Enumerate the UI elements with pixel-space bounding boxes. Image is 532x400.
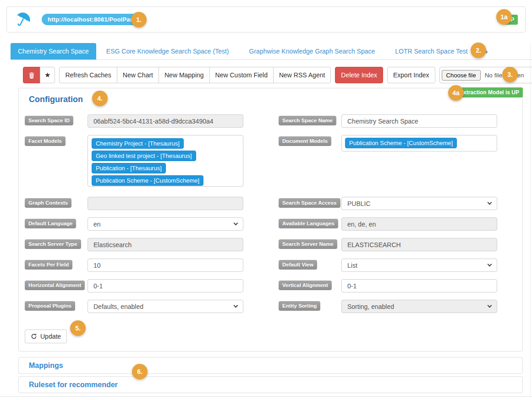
update-button-label: Update xyxy=(40,333,61,340)
facet-models-listbox[interactable]: Chemistry Project - [Thesaurus] Geo link… xyxy=(88,135,243,187)
select-value: Sorting, enabled xyxy=(347,303,394,310)
select-value: PUBLIC xyxy=(347,200,371,207)
new-custom-field-button[interactable]: New Custom Field xyxy=(209,67,274,83)
tab-lotr-search-space-test[interactable]: LOTR Search Space Test xyxy=(385,43,477,59)
horizontal-alignment-input[interactable] xyxy=(88,279,243,292)
refresh-caches-button[interactable]: Refresh Caches xyxy=(59,67,117,83)
proposal-plugins-select[interactable]: Defaults, enabled xyxy=(88,300,243,313)
export-index-button[interactable]: Export Index xyxy=(387,67,435,83)
mappings-panel-header[interactable]: Mappings xyxy=(18,357,523,374)
chevron-down-icon xyxy=(488,303,492,308)
refresh-icon xyxy=(31,333,37,340)
new-mapping-button[interactable]: New Mapping xyxy=(159,67,210,83)
chevron-down-icon xyxy=(488,262,492,267)
search-space-tabs: Chemistry Search Space ESG Core Knowledg… xyxy=(11,43,532,60)
entity-sorting-label: Entity Sorting xyxy=(279,301,320,311)
poolparty-search-space-page: http://localhost:8081/PoolParty UP Chemi… xyxy=(0,0,532,400)
delete-search-space-button[interactable] xyxy=(23,67,40,83)
form-row: Graph Contexts Search Space Access PUBLI… xyxy=(25,197,516,210)
search-server-name-label: Search Server Name xyxy=(279,239,337,249)
facet-model-pill[interactable]: Publication - [Thesaurus] xyxy=(92,163,166,173)
annotation-badge-1a: 1a xyxy=(496,9,512,25)
quick-actions-group: ★ xyxy=(23,67,55,83)
extraction-model-status-badge: Extraction Model is UP xyxy=(456,87,523,97)
entity-sorting-select[interactable]: Sorting, enabled xyxy=(341,300,497,313)
index-toolbar: ★ Refresh Caches New Chart New Mapping N… xyxy=(23,67,532,83)
document-models-label: Document Models xyxy=(279,136,331,146)
search-server-type-label: Search Server Type xyxy=(25,239,81,249)
graph-contexts-label: Graph Contexts xyxy=(25,198,71,208)
form-row: Facet Models Chemistry Project - [Thesau… xyxy=(25,135,516,187)
tab-esg-core-knowledge[interactable]: ESG Core Knowledge Search Space (Test) xyxy=(96,43,239,59)
import-file-input[interactable]: Choose file No file chosen xyxy=(439,67,532,83)
annotation-badge-1: 1. xyxy=(131,12,147,27)
facet-models-label: Facet Models xyxy=(25,136,66,146)
form-row: Horizontal Alignment Vertical Alignment xyxy=(25,279,516,292)
annotation-badge-6: 6. xyxy=(132,364,148,379)
ruleset-title: Ruleset for recommender xyxy=(29,381,118,389)
chevron-down-icon xyxy=(488,200,492,205)
annotation-badge-4a: 4a xyxy=(448,85,464,101)
delete-index-group: Delete Index xyxy=(335,67,383,83)
select-value: Defaults, enabled xyxy=(93,303,143,310)
new-chart-button[interactable]: New Chart xyxy=(117,67,159,83)
index-actions-group: Refresh Caches New Chart New Mapping New… xyxy=(59,67,331,83)
search-space-id-label: Search Space ID xyxy=(25,116,73,125)
server-url-badge[interactable]: http://localhost:8081/PoolParty xyxy=(42,14,144,25)
available-languages-input xyxy=(341,217,497,231)
annotation-badge-5: 5. xyxy=(70,320,86,336)
select-value: en xyxy=(93,221,101,228)
chevron-down-icon xyxy=(234,221,238,226)
form-row: Proposal Plugins Defaults, enabled Entit… xyxy=(25,300,516,313)
configuration-panel: Extraction Model is UP Configuration Sea… xyxy=(18,88,523,351)
annotation-badge-2: 2. xyxy=(471,43,486,58)
proposal-plugins-label: Proposal Plugins xyxy=(25,301,75,311)
bottom-divider xyxy=(0,396,532,397)
update-button[interactable]: Update xyxy=(25,330,67,343)
default-language-label: Default Language xyxy=(25,219,76,228)
facet-model-pill[interactable]: Chemistry Project - [Thesaurus] xyxy=(92,138,184,149)
export-index-group: Export Index xyxy=(387,67,435,83)
document-model-pill[interactable]: Publication Scheme - [CustomScheme] xyxy=(345,138,457,148)
form-row: Default Language en Available Languages xyxy=(25,217,516,231)
default-language-select[interactable]: en xyxy=(88,217,243,231)
ruleset-panel-header[interactable]: Ruleset for recommender xyxy=(18,376,523,393)
vertical-alignment-label: Vertical Alignment xyxy=(279,281,332,290)
default-view-label: Default View xyxy=(279,260,317,270)
trash-icon xyxy=(28,72,35,79)
graph-contexts-input xyxy=(88,197,243,210)
favorite-button[interactable]: ★ xyxy=(40,67,55,83)
search-server-name-input xyxy=(341,238,497,251)
select-value: List xyxy=(347,262,357,269)
choose-file-button[interactable]: Choose file xyxy=(442,70,481,81)
form-row: Search Space ID Search Space Name xyxy=(25,114,516,128)
annotation-badge-4: 4. xyxy=(92,91,108,106)
horizontal-alignment-label: Horizontal Alignment xyxy=(25,281,85,290)
mappings-title: Mappings xyxy=(29,362,63,370)
search-server-type-input xyxy=(88,238,243,251)
tab-chemistry-search-space[interactable]: Chemistry Search Space xyxy=(11,43,96,59)
search-space-access-label: Search Space Access xyxy=(279,198,340,208)
facets-per-field-label: Facets Per Field xyxy=(25,260,72,270)
search-space-id-input xyxy=(88,114,243,128)
new-rss-agent-button[interactable]: New RSS Agent xyxy=(273,67,331,83)
umbrella-logo xyxy=(14,11,33,29)
facet-model-pill[interactable]: Publication Scheme - [CustomScheme] xyxy=(92,175,203,186)
chevron-down-icon xyxy=(234,303,238,308)
available-languages-label: Available Languages xyxy=(279,219,338,228)
search-space-name-input[interactable] xyxy=(341,114,497,128)
document-models-listbox[interactable]: Publication Scheme - [CustomScheme] xyxy=(341,135,497,151)
vertical-alignment-input[interactable] xyxy=(341,279,497,292)
search-space-access-select[interactable]: PUBLIC xyxy=(341,197,497,210)
default-view-select[interactable]: List xyxy=(341,259,497,272)
app-header: http://localhost:8081/PoolParty UP xyxy=(6,6,526,32)
delete-index-button[interactable]: Delete Index xyxy=(335,67,383,83)
annotation-badge-3: 3. xyxy=(502,67,518,82)
search-space-name-label: Search Space Name xyxy=(279,116,336,125)
form-row: Search Server Type Search Server Name xyxy=(25,238,516,251)
right-divider xyxy=(530,44,531,397)
facets-per-field-input[interactable] xyxy=(88,259,243,272)
tab-graphwise-knowledge-graph[interactable]: Graphwise Knowledge Graph Search Space xyxy=(239,43,385,59)
form-row: Facets Per Field Default View List xyxy=(25,259,516,272)
facet-model-pill[interactable]: Geo linked test project - [Thesaurus] xyxy=(92,151,196,161)
